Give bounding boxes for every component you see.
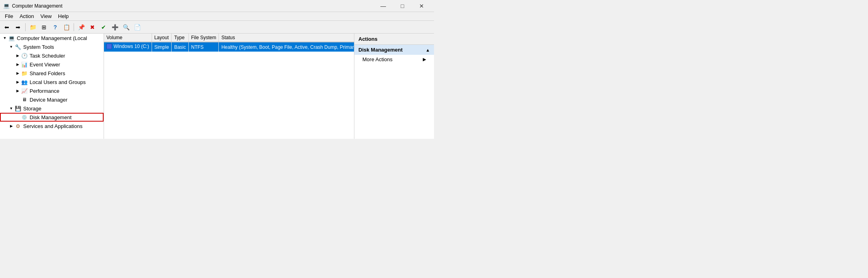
services-apps-icon: ⚙ [14, 122, 22, 130]
sidebar-label-storage: Storage [23, 106, 42, 112]
add-button[interactable]: ➕ [110, 22, 120, 32]
shared-folders-icon: 📁 [21, 70, 28, 77]
sidebar-label-shared-folders: Shared Folders [30, 70, 65, 76]
toolbar-sep-1 [25, 23, 26, 31]
main-layout: ▼ 💻 Computer Management (Local ▼ 🔧 Syste… [0, 34, 434, 139]
window-title: Computer Management [12, 3, 374, 9]
cell-filesystem: NTFS [188, 42, 219, 52]
sidebar-item-event-viewer[interactable]: ▶ 📊 Event Viewer [0, 60, 104, 69]
sidebar-label-task-scheduler: Task Scheduler [30, 53, 65, 59]
table-header-row: Volume Layout Type File System Status Ca… [104, 34, 354, 42]
sidebar-item-services-apps[interactable]: ▶ ⚙ Services and Applications [0, 122, 104, 130]
event-viewer-icon: 📊 [21, 61, 28, 68]
cell-layout: Simple [152, 42, 172, 52]
expand-system-tools[interactable]: ▼ [8, 44, 14, 50]
cell-status: Healthy (System, Boot, Page File, Active… [219, 42, 354, 52]
col-filesystem[interactable]: File System [188, 34, 219, 42]
delete-button[interactable]: ✖ [87, 22, 98, 32]
sidebar-label-services-apps: Services and Applications [23, 123, 82, 129]
sidebar-tree: ▼ 💻 Computer Management (Local ▼ 🔧 Syste… [0, 34, 104, 139]
actions-more-arrow: ▶ [423, 57, 426, 62]
sidebar-item-device-manager[interactable]: ▶ 🖥 Device Manager [0, 95, 104, 104]
menu-help[interactable]: Help [55, 12, 72, 20]
expand-event-viewer[interactable]: ▶ [14, 61, 21, 68]
sidebar-label-disk-management: Disk Management [30, 114, 72, 120]
actions-section-arrow-up: ▲ [426, 48, 430, 52]
actions-more-actions[interactable]: More Actions ▶ [354, 55, 434, 64]
expand-shared-folders[interactable]: ▶ [14, 70, 21, 76]
cell-volume: Windows 10 (C:) [104, 42, 152, 52]
expand-services-apps[interactable]: ▶ [8, 123, 14, 129]
forward-button[interactable]: ➡ [13, 22, 23, 32]
col-type[interactable]: Type [172, 34, 188, 42]
show-hide-button[interactable]: ⊞ [39, 22, 49, 32]
sidebar-label-local-users-groups: Local Users and Groups [30, 79, 86, 85]
expand-storage[interactable]: ▼ [8, 105, 14, 112]
actions-panel: Actions Disk Management ▲ More Actions ▶ [354, 34, 434, 139]
col-status[interactable]: Status [219, 34, 354, 42]
tree-button[interactable]: 📋 [61, 22, 72, 32]
performance-icon: 📈 [21, 87, 28, 94]
volume-label: Windows 10 (C:) [106, 44, 149, 49]
task-scheduler-icon: 🕐 [21, 52, 28, 59]
expand-performance[interactable]: ▶ [14, 88, 21, 94]
sidebar-label-computer-management: Computer Management (Local [17, 35, 87, 41]
device-manager-icon: 🖥 [21, 96, 28, 103]
minimize-button[interactable]: — [374, 0, 392, 12]
content-area: Volume Layout Type File System Status Ca… [104, 34, 354, 139]
sidebar-item-performance[interactable]: ▶ 📈 Performance [0, 86, 104, 95]
menu-action[interactable]: Action [16, 12, 37, 20]
volume-color-block [106, 44, 112, 49]
menu-bar: File Action View Help [0, 12, 434, 21]
maximize-button[interactable]: □ [393, 0, 412, 12]
storage-icon: 💾 [14, 105, 22, 112]
sidebar-label-system-tools: System Tools [23, 44, 54, 50]
disk-management-icon: 💿 [21, 114, 28, 121]
col-layout[interactable]: Layout [152, 34, 172, 42]
menu-file[interactable]: File [2, 12, 16, 20]
expand-local-users-groups[interactable]: ▶ [14, 79, 21, 85]
sidebar-item-task-scheduler[interactable]: ▶ 🕐 Task Scheduler [0, 51, 104, 60]
export-button[interactable]: 📄 [132, 22, 142, 32]
expand-computer-management[interactable]: ▼ [2, 35, 8, 41]
table-row[interactable]: Windows 10 (C:) Simple Basic NTFS Health… [104, 42, 354, 52]
computer-management-icon: 💻 [8, 34, 15, 42]
sidebar-label-device-manager: Device Manager [30, 97, 68, 103]
check-button[interactable]: ✔ [98, 22, 109, 32]
actions-section-label: Disk Management [358, 47, 403, 53]
sidebar-item-shared-folders[interactable]: ▶ 📁 Shared Folders [0, 69, 104, 78]
menu-view[interactable]: View [37, 12, 55, 20]
toolbar-sep-2 [74, 23, 74, 31]
disk-table: Volume Layout Type File System Status Ca… [104, 34, 354, 52]
actions-header: Actions [354, 34, 434, 45]
search-button[interactable]: 🔍 [121, 22, 131, 32]
system-tools-icon: 🔧 [14, 43, 22, 50]
app-icon: 💻 [3, 3, 10, 9]
local-users-groups-icon: 👥 [21, 78, 28, 86]
sidebar-label-performance: Performance [30, 88, 59, 94]
sidebar-item-disk-management[interactable]: ▶ 💿 Disk Management [0, 113, 104, 122]
pin-button[interactable]: 📌 [76, 22, 86, 32]
col-volume[interactable]: Volume [104, 34, 152, 42]
cell-type: Basic [172, 42, 188, 52]
back-button[interactable]: ⬅ [2, 22, 12, 32]
expand-task-scheduler[interactable]: ▶ [14, 52, 21, 59]
actions-section-disk-management[interactable]: Disk Management ▲ [354, 45, 434, 55]
sidebar-item-computer-management[interactable]: ▼ 💻 Computer Management (Local [0, 34, 104, 42]
sidebar-item-storage[interactable]: ▼ 💾 Storage [0, 104, 104, 113]
toolbar: ⬅ ➡ 📁 ⊞ ? 📋 📌 ✖ ✔ ➕ 🔍 📄 [0, 21, 434, 34]
help-button[interactable]: ? [50, 22, 60, 32]
close-button[interactable]: ✕ [412, 0, 431, 12]
sidebar-item-local-users-groups[interactable]: ▶ 👥 Local Users and Groups [0, 78, 104, 86]
sidebar-label-event-viewer: Event Viewer [30, 62, 60, 68]
sidebar-item-system-tools[interactable]: ▼ 🔧 System Tools [0, 42, 104, 51]
up-button[interactable]: 📁 [28, 22, 38, 32]
window-controls: — □ ✕ [374, 0, 431, 12]
title-bar: 💻 Computer Management — □ ✕ [0, 0, 434, 12]
